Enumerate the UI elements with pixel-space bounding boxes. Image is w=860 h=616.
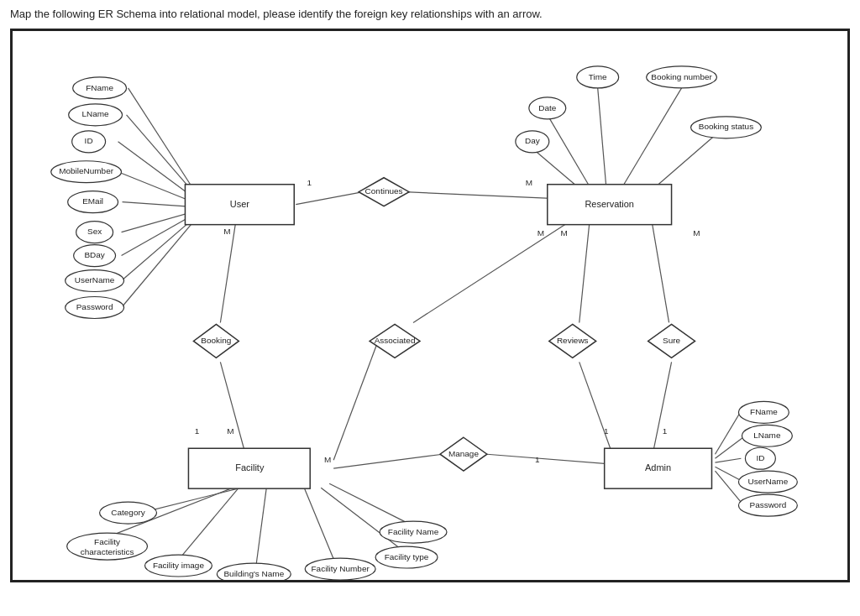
card-user-booking: M <box>223 227 230 236</box>
card-res-sure: M <box>693 228 700 238</box>
svg-text:Facility: Facility <box>94 537 120 546</box>
svg-text:Booking number: Booking number <box>651 72 712 81</box>
card-manage-admin: 1 <box>535 455 540 464</box>
svg-text:UserName: UserName <box>75 275 115 285</box>
card-user-continues: 1 <box>307 179 312 188</box>
svg-line-16 <box>220 224 235 323</box>
card-res-reviews1: M <box>538 228 544 238</box>
svg-line-33 <box>715 412 740 454</box>
svg-line-3 <box>118 172 196 203</box>
svg-text:FName: FName <box>750 407 778 416</box>
page-title: Map the following ER Schema into relatio… <box>0 0 860 29</box>
svg-line-0 <box>128 88 196 192</box>
svg-line-30 <box>304 488 333 559</box>
relation-manage-label: Manage <box>448 449 479 458</box>
relation-sure-label: Sure <box>663 336 681 345</box>
svg-text:Facility Name: Facility Name <box>388 527 439 536</box>
relation-continues-label: Continues <box>365 187 403 196</box>
card-booking-facility: M <box>227 426 233 436</box>
svg-line-20 <box>579 224 590 323</box>
svg-text:BDay: BDay <box>84 250 104 259</box>
svg-line-25 <box>487 454 623 465</box>
svg-text:Password: Password <box>76 302 113 311</box>
svg-line-11 <box>598 88 606 186</box>
svg-line-1 <box>127 115 196 195</box>
svg-text:characteristics: characteristics <box>81 547 134 556</box>
svg-text:UserName: UserName <box>748 477 789 486</box>
svg-text:LName: LName <box>753 431 781 440</box>
svg-line-4 <box>123 202 196 207</box>
svg-line-19 <box>413 220 573 323</box>
svg-line-35 <box>715 458 741 462</box>
svg-line-5 <box>122 211 196 232</box>
svg-line-9 <box>296 192 363 205</box>
svg-line-21 <box>653 224 669 323</box>
card-booking-facility-1: 1 <box>195 426 200 436</box>
svg-text:Building's Name: Building's Name <box>223 569 284 578</box>
svg-text:FName: FName <box>86 83 113 92</box>
svg-line-26 <box>141 488 242 513</box>
svg-line-28 <box>182 488 239 555</box>
entity-admin-label: Admin <box>645 462 671 472</box>
svg-text:Day: Day <box>525 137 540 146</box>
card-facility-manage: M <box>324 455 331 464</box>
card-continues-res: M <box>526 179 532 188</box>
svg-line-8 <box>122 220 196 308</box>
card-sure-admin: 1 <box>663 426 668 436</box>
entity-facility-label: Facility <box>235 462 265 472</box>
card-reviews-admin: 1 <box>604 426 609 436</box>
card-res-reviews2: M <box>561 228 568 238</box>
svg-text:Time: Time <box>589 72 607 81</box>
svg-text:Date: Date <box>538 103 557 112</box>
svg-text:ID: ID <box>85 137 93 146</box>
svg-text:EMail: EMail <box>82 197 103 206</box>
svg-text:Facility image: Facility image <box>153 561 204 570</box>
svg-line-13 <box>548 115 590 186</box>
svg-text:Password: Password <box>749 500 786 509</box>
relation-reviews-label: Reviews <box>557 336 589 345</box>
svg-line-10 <box>405 192 556 199</box>
svg-text:Sex: Sex <box>87 227 102 236</box>
relation-booking-label: Booking <box>201 336 231 345</box>
svg-line-24 <box>333 454 443 468</box>
svg-text:MobileNumber: MobileNumber <box>59 167 114 176</box>
svg-text:Facility Number: Facility Number <box>312 564 370 573</box>
relation-associated-label: Associated <box>375 336 416 345</box>
svg-line-37 <box>715 471 743 505</box>
svg-text:LName: LName <box>82 110 110 119</box>
entity-user-label: User <box>230 199 250 209</box>
svg-text:Facility type: Facility type <box>385 552 429 561</box>
entity-reservation-label: Reservation <box>585 199 634 209</box>
svg-text:Booking status: Booking status <box>699 123 753 132</box>
svg-text:ID: ID <box>756 453 764 462</box>
svg-line-18 <box>333 342 378 461</box>
svg-text:Category: Category <box>111 508 144 517</box>
svg-line-14 <box>657 132 720 186</box>
er-diagram: User Reservation Facility Admin Continue… <box>10 29 850 582</box>
svg-line-29 <box>256 488 266 563</box>
